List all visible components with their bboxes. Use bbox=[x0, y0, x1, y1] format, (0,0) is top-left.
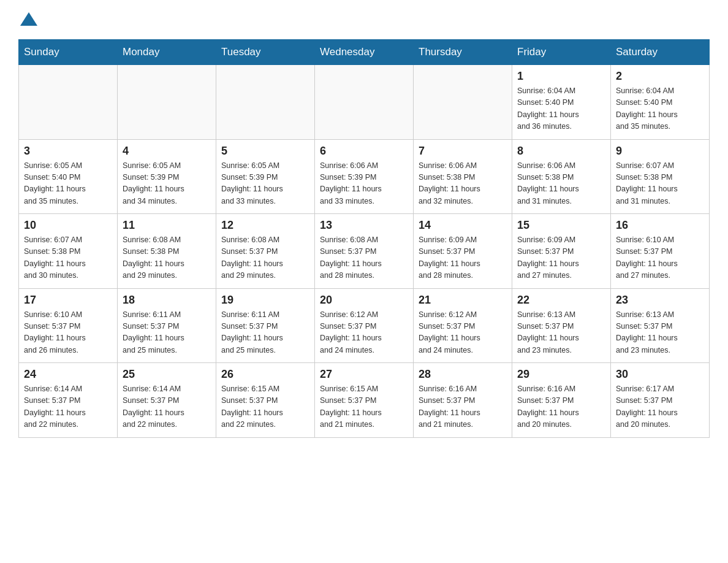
day-number: 28 bbox=[419, 368, 507, 381]
day-info: Sunrise: 6:12 AM Sunset: 5:37 PM Dayligh… bbox=[419, 309, 507, 357]
day-number: 26 bbox=[221, 368, 309, 381]
day-info: Sunrise: 6:15 AM Sunset: 5:37 PM Dayligh… bbox=[221, 383, 309, 431]
calendar-cell: 11Sunrise: 6:08 AM Sunset: 5:38 PM Dayli… bbox=[118, 214, 216, 289]
day-info: Sunrise: 6:16 AM Sunset: 5:37 PM Dayligh… bbox=[517, 383, 605, 431]
calendar-cell: 13Sunrise: 6:08 AM Sunset: 5:37 PM Dayli… bbox=[315, 214, 414, 289]
calendar-cell: 28Sunrise: 6:16 AM Sunset: 5:37 PM Dayli… bbox=[414, 363, 512, 438]
day-info: Sunrise: 6:13 AM Sunset: 5:37 PM Dayligh… bbox=[517, 309, 605, 357]
day-info: Sunrise: 6:09 AM Sunset: 5:37 PM Dayligh… bbox=[419, 234, 507, 282]
calendar-week-2: 3Sunrise: 6:05 AM Sunset: 5:40 PM Daylig… bbox=[19, 139, 710, 214]
calendar-cell: 6Sunrise: 6:06 AM Sunset: 5:39 PM Daylig… bbox=[315, 139, 414, 214]
day-info: Sunrise: 6:07 AM Sunset: 5:38 PM Dayligh… bbox=[24, 234, 112, 282]
day-info: Sunrise: 6:14 AM Sunset: 5:37 PM Dayligh… bbox=[24, 383, 112, 431]
day-number: 16 bbox=[616, 219, 704, 232]
day-number: 8 bbox=[517, 145, 605, 158]
day-number: 4 bbox=[123, 145, 211, 158]
calendar-cell: 7Sunrise: 6:06 AM Sunset: 5:38 PM Daylig… bbox=[414, 139, 512, 214]
day-info: Sunrise: 6:16 AM Sunset: 5:37 PM Dayligh… bbox=[419, 383, 507, 431]
logo-triangle-icon bbox=[20, 12, 37, 26]
day-number: 18 bbox=[123, 294, 211, 307]
weekday-header-friday: Friday bbox=[512, 40, 611, 65]
calendar-cell: 21Sunrise: 6:12 AM Sunset: 5:37 PM Dayli… bbox=[414, 288, 512, 363]
calendar-week-1: 1Sunrise: 6:04 AM Sunset: 5:40 PM Daylig… bbox=[19, 65, 710, 140]
calendar-cell bbox=[414, 65, 512, 140]
day-info: Sunrise: 6:04 AM Sunset: 5:40 PM Dayligh… bbox=[616, 85, 704, 133]
calendar-cell: 23Sunrise: 6:13 AM Sunset: 5:37 PM Dayli… bbox=[611, 288, 710, 363]
calendar-cell: 29Sunrise: 6:16 AM Sunset: 5:37 PM Dayli… bbox=[512, 363, 611, 438]
calendar-cell: 8Sunrise: 6:06 AM Sunset: 5:38 PM Daylig… bbox=[512, 139, 611, 214]
page-header bbox=[18, 12, 710, 27]
calendar-cell: 16Sunrise: 6:10 AM Sunset: 5:37 PM Dayli… bbox=[611, 214, 710, 289]
calendar-cell: 3Sunrise: 6:05 AM Sunset: 5:40 PM Daylig… bbox=[19, 139, 118, 214]
calendar-cell: 22Sunrise: 6:13 AM Sunset: 5:37 PM Dayli… bbox=[512, 288, 611, 363]
calendar-cell: 26Sunrise: 6:15 AM Sunset: 5:37 PM Dayli… bbox=[216, 363, 315, 438]
day-info: Sunrise: 6:04 AM Sunset: 5:40 PM Dayligh… bbox=[517, 85, 605, 133]
day-info: Sunrise: 6:11 AM Sunset: 5:37 PM Dayligh… bbox=[123, 309, 211, 357]
day-info: Sunrise: 6:07 AM Sunset: 5:38 PM Dayligh… bbox=[616, 160, 704, 208]
day-number: 7 bbox=[419, 145, 507, 158]
day-info: Sunrise: 6:15 AM Sunset: 5:37 PM Dayligh… bbox=[320, 383, 408, 431]
day-info: Sunrise: 6:05 AM Sunset: 5:39 PM Dayligh… bbox=[221, 160, 309, 208]
day-info: Sunrise: 6:11 AM Sunset: 5:37 PM Dayligh… bbox=[221, 309, 309, 357]
day-number: 22 bbox=[517, 294, 605, 307]
weekday-header-tuesday: Tuesday bbox=[216, 40, 315, 65]
day-info: Sunrise: 6:08 AM Sunset: 5:37 PM Dayligh… bbox=[221, 234, 309, 282]
day-number: 27 bbox=[320, 368, 408, 381]
weekday-header-sunday: Sunday bbox=[19, 40, 118, 65]
calendar-cell: 12Sunrise: 6:08 AM Sunset: 5:37 PM Dayli… bbox=[216, 214, 315, 289]
day-number: 3 bbox=[24, 145, 112, 158]
logo bbox=[18, 12, 37, 27]
day-number: 19 bbox=[221, 294, 309, 307]
day-info: Sunrise: 6:12 AM Sunset: 5:37 PM Dayligh… bbox=[320, 309, 408, 357]
calendar-cell: 27Sunrise: 6:15 AM Sunset: 5:37 PM Dayli… bbox=[315, 363, 414, 438]
day-info: Sunrise: 6:08 AM Sunset: 5:37 PM Dayligh… bbox=[320, 234, 408, 282]
day-number: 29 bbox=[517, 368, 605, 381]
weekday-header-wednesday: Wednesday bbox=[315, 40, 414, 65]
calendar-cell bbox=[19, 65, 118, 140]
day-number: 2 bbox=[616, 70, 704, 83]
day-number: 12 bbox=[221, 219, 309, 232]
calendar-week-3: 10Sunrise: 6:07 AM Sunset: 5:38 PM Dayli… bbox=[19, 214, 710, 289]
calendar-cell: 2Sunrise: 6:04 AM Sunset: 5:40 PM Daylig… bbox=[611, 65, 710, 140]
weekday-header-monday: Monday bbox=[118, 40, 216, 65]
day-info: Sunrise: 6:17 AM Sunset: 5:37 PM Dayligh… bbox=[616, 383, 704, 431]
day-number: 17 bbox=[24, 294, 112, 307]
calendar-cell bbox=[216, 65, 315, 140]
day-info: Sunrise: 6:06 AM Sunset: 5:38 PM Dayligh… bbox=[517, 160, 605, 208]
calendar-cell: 18Sunrise: 6:11 AM Sunset: 5:37 PM Dayli… bbox=[118, 288, 216, 363]
day-info: Sunrise: 6:05 AM Sunset: 5:40 PM Dayligh… bbox=[24, 160, 112, 208]
day-number: 9 bbox=[616, 145, 704, 158]
calendar-table: SundayMondayTuesdayWednesdayThursdayFrid… bbox=[18, 39, 710, 438]
calendar-cell: 1Sunrise: 6:04 AM Sunset: 5:40 PM Daylig… bbox=[512, 65, 611, 140]
calendar-cell: 19Sunrise: 6:11 AM Sunset: 5:37 PM Dayli… bbox=[216, 288, 315, 363]
day-number: 5 bbox=[221, 145, 309, 158]
day-info: Sunrise: 6:06 AM Sunset: 5:39 PM Dayligh… bbox=[320, 160, 408, 208]
calendar-cell: 9Sunrise: 6:07 AM Sunset: 5:38 PM Daylig… bbox=[611, 139, 710, 214]
day-info: Sunrise: 6:10 AM Sunset: 5:37 PM Dayligh… bbox=[616, 234, 704, 282]
day-number: 20 bbox=[320, 294, 408, 307]
day-info: Sunrise: 6:09 AM Sunset: 5:37 PM Dayligh… bbox=[517, 234, 605, 282]
weekday-header-saturday: Saturday bbox=[611, 40, 710, 65]
calendar-cell: 10Sunrise: 6:07 AM Sunset: 5:38 PM Dayli… bbox=[19, 214, 118, 289]
day-number: 21 bbox=[419, 294, 507, 307]
day-info: Sunrise: 6:13 AM Sunset: 5:37 PM Dayligh… bbox=[616, 309, 704, 357]
calendar-cell: 24Sunrise: 6:14 AM Sunset: 5:37 PM Dayli… bbox=[19, 363, 118, 438]
day-info: Sunrise: 6:05 AM Sunset: 5:39 PM Dayligh… bbox=[123, 160, 211, 208]
calendar-cell: 14Sunrise: 6:09 AM Sunset: 5:37 PM Dayli… bbox=[414, 214, 512, 289]
day-number: 10 bbox=[24, 219, 112, 232]
calendar-week-5: 24Sunrise: 6:14 AM Sunset: 5:37 PM Dayli… bbox=[19, 363, 710, 438]
calendar-cell: 4Sunrise: 6:05 AM Sunset: 5:39 PM Daylig… bbox=[118, 139, 216, 214]
calendar-cell bbox=[315, 65, 414, 140]
calendar-cell: 20Sunrise: 6:12 AM Sunset: 5:37 PM Dayli… bbox=[315, 288, 414, 363]
calendar-cell: 25Sunrise: 6:14 AM Sunset: 5:37 PM Dayli… bbox=[118, 363, 216, 438]
calendar-cell: 15Sunrise: 6:09 AM Sunset: 5:37 PM Dayli… bbox=[512, 214, 611, 289]
calendar-cell bbox=[118, 65, 216, 140]
day-info: Sunrise: 6:08 AM Sunset: 5:38 PM Dayligh… bbox=[123, 234, 211, 282]
day-number: 24 bbox=[24, 368, 112, 381]
day-number: 13 bbox=[320, 219, 408, 232]
day-info: Sunrise: 6:14 AM Sunset: 5:37 PM Dayligh… bbox=[123, 383, 211, 431]
day-number: 14 bbox=[419, 219, 507, 232]
day-number: 1 bbox=[517, 70, 605, 83]
day-number: 6 bbox=[320, 145, 408, 158]
day-number: 23 bbox=[616, 294, 704, 307]
